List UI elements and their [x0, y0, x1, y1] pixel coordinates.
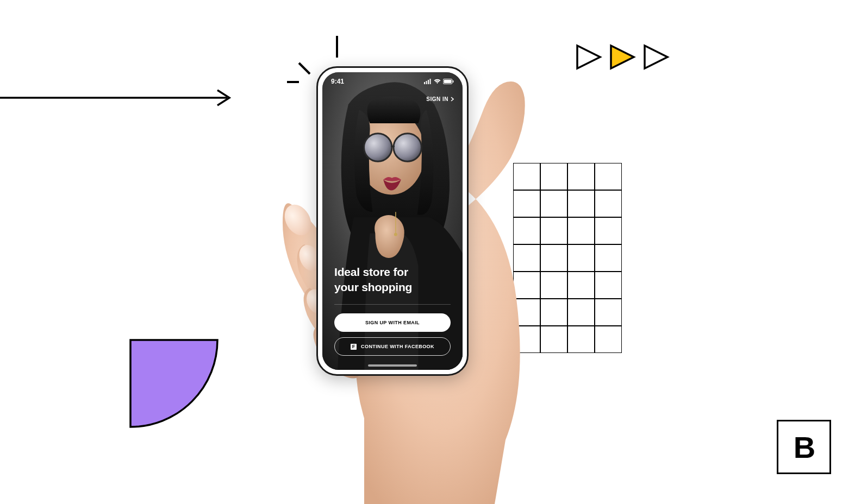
builder-logo: B — [777, 420, 831, 474]
svg-point-27 — [394, 134, 421, 161]
continue-facebook-label: CONTINUE WITH FACEBOOK — [361, 344, 434, 349]
phone-mockup: 9:41 SIGN IN Ideal store for your shoppi… — [316, 66, 469, 376]
signup-email-button[interactable]: SIGN UP WITH EMAIL — [334, 313, 451, 332]
onboarding-panel: Ideal store for your shopping SIGN UP WI… — [322, 264, 463, 370]
headline: Ideal store for your shopping — [334, 264, 451, 294]
svg-rect-37 — [453, 80, 454, 83]
chevron-right-icon — [451, 97, 454, 102]
triangle-decoration — [574, 42, 671, 72]
svg-rect-31 — [424, 82, 425, 84]
svg-point-30 — [394, 233, 397, 236]
sign-in-label: SIGN IN — [426, 96, 448, 102]
svg-rect-36 — [444, 80, 452, 83]
battery-icon — [443, 79, 454, 84]
svg-marker-6 — [645, 46, 667, 68]
svg-rect-32 — [426, 81, 427, 84]
sign-in-link[interactable]: SIGN IN — [426, 96, 454, 102]
status-time: 9:41 — [331, 78, 344, 85]
triangle-icon-filled — [608, 42, 637, 72]
svg-marker-5 — [611, 46, 634, 68]
home-indicator — [368, 364, 417, 367]
signup-email-label: SIGN UP WITH EMAIL — [365, 320, 420, 325]
continue-facebook-button[interactable]: f CONTINUE WITH FACEBOOK — [334, 337, 451, 356]
status-bar: 9:41 — [322, 72, 463, 91]
triangle-icon — [574, 42, 603, 72]
arrow-decoration — [0, 87, 239, 109]
wifi-icon — [434, 79, 441, 84]
divider — [334, 304, 451, 305]
svg-rect-34 — [430, 79, 431, 84]
headline-line1: Ideal store for — [334, 264, 451, 279]
headline-line2: your shopping — [334, 280, 451, 294]
hero-illustration: 9:41 SIGN IN Ideal store for your shoppi… — [0, 0, 861, 504]
svg-point-26 — [364, 134, 392, 161]
quarter-circle-decoration — [129, 339, 219, 431]
logo-letter: B — [794, 430, 814, 465]
facebook-icon: f — [351, 344, 357, 350]
triangle-icon — [641, 42, 671, 72]
signal-icon — [424, 79, 432, 84]
phone-screen: 9:41 SIGN IN Ideal store for your shoppi… — [322, 72, 463, 370]
svg-rect-33 — [428, 80, 429, 84]
svg-marker-4 — [577, 46, 600, 68]
